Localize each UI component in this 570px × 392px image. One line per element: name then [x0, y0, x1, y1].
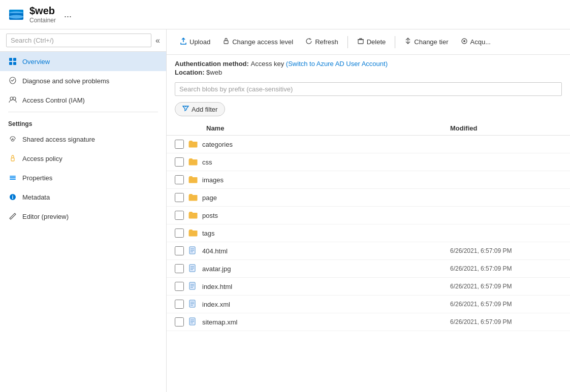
blob-search-row: [167, 79, 570, 99]
page-header: $web Container ...: [0, 0, 570, 29]
editor-icon: [8, 212, 17, 221]
table-row: index.html 6/26/2021, 6:57:09 PM: [167, 278, 570, 296]
folder-name-page[interactable]: page: [202, 194, 450, 202]
sidebar-item-diagnose[interactable]: Diagnose and solve problems: [0, 71, 166, 90]
diagnose-icon: [8, 76, 17, 85]
resource-type: Container: [29, 17, 56, 24]
file-list-header: Name Modified: [167, 121, 570, 136]
folder-icon: [188, 228, 198, 238]
svg-rect-12: [11, 158, 14, 161]
sidebar-item-properties-label: Properties: [22, 174, 52, 182]
sidebar-item-access-policy[interactable]: Access policy: [0, 149, 166, 168]
settings-divider: [8, 112, 158, 112]
table-row: categories: [167, 136, 570, 153]
row-checkbox-images[interactable]: [175, 175, 184, 184]
folder-name-images[interactable]: images: [202, 176, 450, 184]
file-name-404[interactable]: 404.html: [202, 247, 450, 255]
storage-icon: [8, 7, 24, 23]
refresh-button[interactable]: Refresh: [300, 35, 343, 49]
row-checkbox-tags[interactable]: [175, 228, 184, 238]
properties-icon: [8, 173, 17, 182]
lock-icon: [223, 38, 230, 46]
row-checkbox-css[interactable]: [175, 157, 184, 167]
access-policy-icon: [8, 154, 17, 163]
row-checkbox-index-html[interactable]: [175, 282, 184, 291]
file-modified-index-xml: 6/26/2021, 6:57:09 PM: [450, 301, 562, 308]
folder-name-categories[interactable]: categories: [202, 141, 450, 148]
table-row: tags: [167, 224, 570, 242]
svg-point-21: [463, 40, 465, 42]
file-list: Name Modified categories css: [167, 121, 570, 392]
collapse-sidebar-button[interactable]: «: [155, 36, 160, 45]
sidebar-search-row: «: [0, 29, 166, 52]
search-input[interactable]: [6, 34, 151, 47]
row-checkbox-avatar[interactable]: [175, 264, 184, 273]
metadata-icon: i: [8, 192, 17, 202]
sidebar-item-access-policy-label: Access policy: [22, 155, 62, 162]
change-tier-button[interactable]: Change tier: [399, 35, 453, 49]
sidebar-item-sas-label: Shared access signature: [22, 136, 95, 143]
resource-name: $web: [29, 5, 56, 17]
change-tier-icon: [404, 38, 411, 46]
table-row: avatar.jpg 6/26/2021, 6:57:09 PM: [167, 260, 570, 278]
table-row: posts: [167, 207, 570, 224]
add-filter-button[interactable]: Add filter: [175, 102, 225, 116]
delete-button[interactable]: Delete: [352, 35, 391, 49]
file-icon: [188, 299, 198, 309]
file-name-index-html[interactable]: index.html: [202, 283, 450, 290]
file-name-index-xml[interactable]: index.xml: [202, 301, 450, 308]
table-row: 404.html 6/26/2021, 6:57:09 PM: [167, 242, 570, 260]
sidebar-item-properties[interactable]: Properties: [0, 168, 166, 187]
content-area: Upload Change access level Refresh Delet: [167, 29, 570, 392]
location-value: $web: [206, 69, 222, 76]
col-modified-header: Modified: [450, 124, 562, 132]
filter-row: Add filter: [167, 99, 570, 121]
file-modified-404: 6/26/2021, 6:57:09 PM: [450, 247, 562, 254]
toolbar-separator-2: [395, 36, 395, 48]
sidebar-item-metadata[interactable]: i Metadata: [0, 187, 166, 207]
folder-name-css[interactable]: css: [202, 158, 450, 166]
info-bar: Authentication method: Access key (Switc…: [167, 55, 570, 79]
sidebar-item-overview[interactable]: Overview: [0, 52, 166, 71]
auth-method-row: Authentication method: Access key (Switc…: [175, 60, 562, 68]
table-row: css: [167, 153, 570, 171]
toolbar: Upload Change access level Refresh Delet: [167, 29, 570, 55]
auth-method-value: Access key: [251, 60, 286, 68]
folder-icon: [188, 157, 198, 167]
row-checkbox-404[interactable]: [175, 246, 184, 255]
switch-auth-link[interactable]: (Switch to Azure AD User Account): [286, 60, 388, 68]
blob-search-input[interactable]: [175, 82, 562, 96]
sidebar-item-iam[interactable]: Access Control (IAM): [0, 90, 166, 110]
change-access-button[interactable]: Change access level: [217, 35, 298, 49]
svg-rect-6: [13, 58, 16, 61]
svg-rect-15: [10, 179, 16, 180]
header-title-group: $web Container: [29, 5, 56, 24]
auth-method-label: Authentication method:: [175, 60, 251, 68]
col-name-header: Name: [206, 124, 450, 132]
row-checkbox-index-xml[interactable]: [175, 300, 184, 309]
folder-name-posts[interactable]: posts: [202, 212, 450, 219]
file-icon: [188, 317, 198, 327]
file-icon: [188, 264, 198, 274]
svg-text:i: i: [12, 194, 14, 200]
add-filter-label: Add filter: [192, 106, 217, 113]
file-icon: [188, 281, 198, 291]
sidebar-item-overview-label: Overview: [22, 58, 50, 66]
upload-button[interactable]: Upload: [175, 35, 215, 49]
acquire-button[interactable]: Acqu...: [456, 35, 496, 49]
sidebar-item-metadata-label: Metadata: [22, 193, 50, 201]
file-modified-sitemap: 6/26/2021, 6:57:09 PM: [450, 318, 562, 325]
sidebar-item-sas[interactable]: Shared access signature: [0, 129, 166, 149]
settings-section-label: Settings: [0, 114, 166, 129]
acquire-icon: [461, 38, 468, 46]
file-name-sitemap[interactable]: sitemap.xml: [202, 318, 450, 326]
file-name-avatar[interactable]: avatar.jpg: [202, 265, 450, 273]
row-checkbox-sitemap[interactable]: [175, 317, 184, 326]
row-checkbox-page[interactable]: [175, 193, 184, 202]
row-checkbox-categories[interactable]: [175, 140, 184, 149]
sidebar-item-editor[interactable]: Editor (preview): [0, 207, 166, 226]
more-options-button[interactable]: ...: [64, 9, 72, 20]
svg-rect-8: [13, 62, 16, 65]
row-checkbox-posts[interactable]: [175, 211, 184, 220]
folder-name-tags[interactable]: tags: [202, 230, 450, 237]
